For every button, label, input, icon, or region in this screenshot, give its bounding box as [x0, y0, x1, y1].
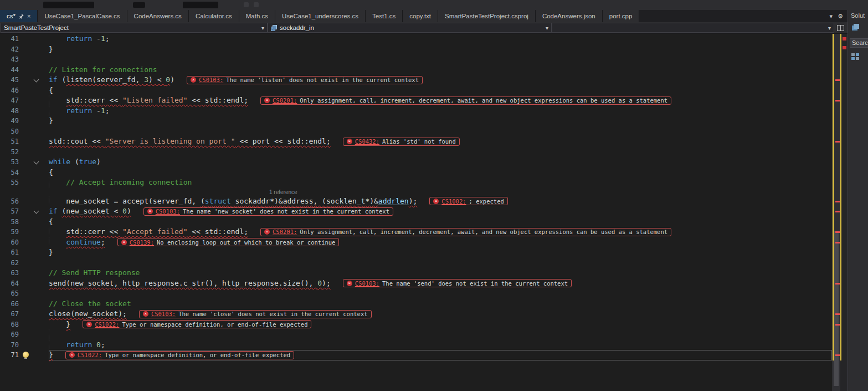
editor-tab[interactable]: CodeAnswers.cs [127, 10, 189, 22]
code-line[interactable]: 52 [0, 147, 832, 158]
code-token: while [49, 158, 70, 166]
error-code-link[interactable]: CS0103: [151, 311, 176, 317]
code-line[interactable]: 63// Send HTTP response [0, 268, 832, 278]
line-number: 64 [0, 278, 22, 289]
error-code-link[interactable]: CS1022: [78, 352, 102, 358]
editor-tab[interactable]: port.cpp [603, 10, 640, 22]
code-line[interactable]: 41 return -1; [0, 34, 832, 44]
documents-icon[interactable] [851, 23, 868, 33]
split-editor-icon[interactable] [837, 25, 844, 31]
code-line[interactable]: 42} [0, 44, 832, 55]
error-code-link[interactable]: CS0103: [355, 280, 379, 287]
code-line[interactable]: 67close(new_socket);×CS0103:The name 'cl… [0, 309, 832, 319]
error-code-link[interactable]: CS0103: [199, 77, 223, 83]
glyph-margin [22, 75, 49, 85]
code-line[interactable]: 48 return -1; [0, 106, 832, 116]
editor-tab[interactable]: copy.txt [403, 10, 438, 22]
editor-tab[interactable]: SmartPasteTestProject.csproj [438, 10, 536, 22]
modified-line-indicator [840, 34, 841, 360]
code-line[interactable]: 54{ [0, 167, 832, 178]
error-mark [835, 354, 840, 356]
editor-tab[interactable]: UseCase1_PascalCase.cs [38, 10, 127, 22]
error-code-link[interactable]: CS1022: [95, 321, 119, 328]
editor-tab[interactable]: UseCase1_underscores.cs [275, 10, 366, 22]
error-code-link[interactable]: CS0432: [355, 138, 379, 145]
code-token: return [66, 34, 92, 43]
member-dropdown[interactable]: ▾ [552, 23, 834, 33]
code-line[interactable]: 60 continue;×CS0139:No enclosing loop ou… [0, 237, 832, 248]
close-icon[interactable]: × [27, 13, 30, 19]
code-text: return -1; [49, 34, 110, 44]
code-line[interactable]: 58{ [0, 217, 832, 227]
fold-chevron-icon[interactable] [34, 159, 39, 165]
code-line[interactable]: 43 [0, 54, 832, 65]
code-line[interactable]: 46{ [0, 85, 832, 96]
code-line[interactable]: 65 [0, 288, 832, 299]
line-number: 51 [0, 136, 22, 147]
code-line[interactable]: 66// Close the socket [0, 299, 832, 309]
chevron-down-icon[interactable]: ▾ [830, 13, 833, 20]
error-code-link[interactable]: CS0201: [273, 97, 297, 104]
toolbar-fragment [133, 2, 145, 8]
error-icon: × [86, 322, 92, 327]
grid-icon[interactable] [851, 53, 868, 63]
codelens-references[interactable]: 1 reference [269, 188, 297, 196]
code-token: std::cerr << [66, 227, 122, 236]
code-editor[interactable]: 41 return -1;42}4344// Listen for connec… [0, 34, 832, 391]
code-line[interactable]: 47 std::cerr << "Listen failed" << std::… [0, 95, 832, 106]
search-box[interactable]: Searc [850, 38, 868, 48]
editor-tab[interactable]: cs*× [0, 10, 38, 22]
toolbar-fragment [254, 2, 259, 7]
code-line[interactable]: 69 [0, 329, 832, 340]
code-lines: 41 return -1;42}4344// Listen for connec… [0, 34, 832, 360]
code-text: continue; [49, 237, 105, 248]
code-line[interactable]: 49} [0, 116, 832, 126]
code-line[interactable]: 57if (new_socket < 0)×CS0103:The name 'n… [0, 206, 832, 217]
error-message: Alias 'std' not found [382, 138, 456, 145]
error-code-link[interactable]: CS0139: [130, 239, 154, 246]
code-token: ) < [148, 75, 166, 84]
code-line[interactable]: 56 new_socket = accept(server_fd, (struc… [0, 196, 832, 207]
glyph-margin [22, 116, 49, 126]
fold-chevron-icon[interactable] [34, 77, 39, 83]
code-line[interactable]: 64send(new_socket, http_response.c_str()… [0, 278, 832, 289]
vertical-scrollbar[interactable] [832, 34, 840, 391]
error-code-link[interactable]: CS1002: [441, 198, 466, 205]
editor-tab[interactable]: Calculator.cs [189, 10, 239, 22]
gear-icon[interactable]: ⚙ [838, 13, 843, 20]
code-line[interactable]: 70 return 0; [0, 340, 832, 351]
code-token: (new_socket < [61, 207, 122, 215]
line-number: 65 [0, 288, 22, 299]
error-mark [835, 100, 840, 101]
project-dropdown-value: SmartPasteTestProject [4, 24, 69, 31]
scrollbar-thumb[interactable] [834, 231, 839, 386]
code-token: ); [409, 197, 418, 205]
error-code-link[interactable]: CS0201: [273, 228, 297, 235]
line-number: 50 [0, 126, 22, 137]
code-line[interactable]: 71}×CS1022:Type or namespace definition,… [0, 350, 832, 360]
code-line[interactable]: 61} [0, 247, 832, 258]
fold-chevron-icon[interactable] [34, 209, 39, 214]
glyph-margin [22, 237, 49, 248]
editor-tab[interactable]: Test1.cs [366, 10, 403, 22]
code-line[interactable]: 68 }×CS1022:Type or namespace definition… [0, 319, 832, 330]
code-line[interactable]: 53while (true) [0, 157, 832, 167]
type-dropdown[interactable]: sockaddr_in ▾ [268, 23, 552, 33]
project-dropdown[interactable]: SmartPasteTestProject ▾ [1, 23, 268, 33]
editor-tab[interactable]: CodeAnswers.json [536, 10, 603, 22]
quick-actions-lightbulb-icon[interactable] [23, 352, 29, 358]
error-message: Only assignment, call, increment, decrem… [300, 228, 667, 235]
code-line[interactable]: 59 std::cerr << "Accept failed" << std::… [0, 227, 832, 237]
code-line[interactable]: 62 [0, 258, 832, 268]
code-line[interactable]: 55 // Accept incoming connection [0, 177, 832, 188]
code-line[interactable]: 44// Listen for connections [0, 65, 832, 75]
error-code-link[interactable]: CS0103: [156, 208, 180, 215]
glyph-margin [22, 196, 49, 207]
code-line[interactable]: 50 [0, 126, 832, 137]
code-line[interactable]: 51std::cout << "Server is listening on p… [0, 136, 832, 147]
pin-icon[interactable] [19, 13, 24, 19]
code-line[interactable]: 45if (listen(server_fd, 3) < 0)×CS0103:T… [0, 75, 832, 85]
line-number: 54 [0, 167, 22, 178]
error-icon: × [143, 311, 148, 317]
editor-tab[interactable]: Math.cs [239, 10, 275, 22]
